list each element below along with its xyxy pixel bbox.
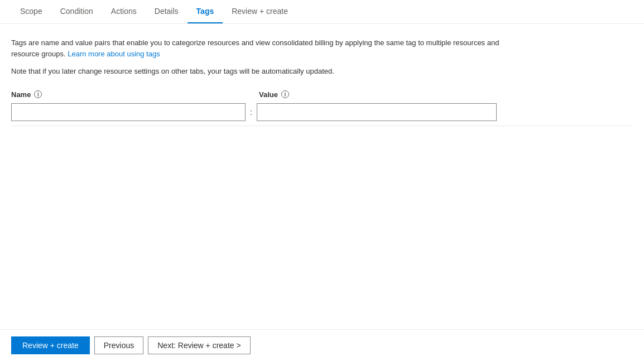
note-paragraph: Note that if you later change resource s…: [11, 66, 633, 77]
tag-value-input[interactable]: [257, 103, 497, 121]
content-area: Tags are name and value pairs that enabl…: [0, 24, 644, 139]
tags-form: Name i Value i :: [11, 90, 633, 126]
tab-navigation: Scope Condition Actions Details Tags Rev…: [0, 0, 644, 24]
colon-separator: :: [246, 108, 257, 117]
value-header: Value i: [259, 90, 289, 99]
tab-tags[interactable]: Tags: [188, 0, 223, 23]
name-header: Name i: [11, 90, 246, 99]
review-create-button[interactable]: Review + create: [11, 336, 90, 354]
name-info-icon[interactable]: i: [34, 90, 42, 98]
tag-form-row: :: [11, 103, 633, 126]
next-button[interactable]: Next: Review + create >: [148, 336, 250, 354]
footer: Review + create Previous Next: Review + …: [0, 329, 644, 361]
tab-scope[interactable]: Scope: [11, 0, 51, 23]
tag-name-input[interactable]: [11, 103, 246, 121]
description-paragraph: Tags are name and value pairs that enabl…: [11, 37, 513, 59]
tab-condition[interactable]: Condition: [51, 0, 102, 23]
previous-button[interactable]: Previous: [94, 336, 143, 354]
main-content: Scope Condition Actions Details Tags Rev…: [0, 0, 644, 329]
value-info-icon[interactable]: i: [281, 90, 289, 98]
tab-actions[interactable]: Actions: [102, 0, 146, 23]
form-headers: Name i Value i: [11, 90, 633, 99]
learn-more-link[interactable]: Learn more about using tags: [68, 50, 160, 58]
tab-review-create[interactable]: Review + create: [223, 0, 297, 23]
tab-details[interactable]: Details: [146, 0, 188, 23]
